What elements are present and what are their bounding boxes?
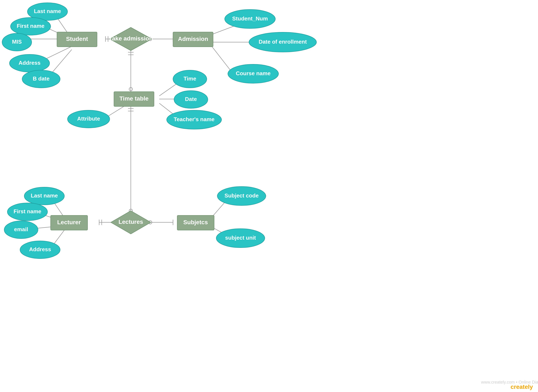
er-diagram: Student Admission Time table Lecturer Su… (0, 0, 538, 392)
ellipse-date-label: Date (185, 96, 197, 102)
entity-student-label: Student (66, 36, 88, 42)
entity-admission-label: Admission (178, 36, 208, 42)
ellipse-time-label: Time (184, 75, 196, 82)
ellipse-mis-label: MIS (12, 39, 22, 45)
entity-timetable-label: Time table (119, 95, 148, 102)
ellipse-teachers-name-label: Teacher's name (174, 116, 214, 122)
ellipse-first-name-student-label: First name (17, 23, 44, 29)
diamond-take-admission-label: Take admission (109, 35, 153, 42)
ellipse-subject-unit-label: subject unit (225, 235, 256, 241)
ellipse-date-enrollment-label: Date of enrollment (259, 39, 307, 45)
svg-line-13 (211, 45, 233, 74)
ellipse-last-name-student-label: Last name (34, 8, 61, 14)
ellipse-first-name-lecturer-label: First name (14, 208, 41, 215)
ellipse-student-num-label: Student_Num (232, 15, 268, 22)
diamond-lectures-label: Lectures (119, 219, 143, 225)
ellipse-email-label: email (14, 226, 28, 233)
ellipse-address-lecturer-label: Address (29, 246, 51, 252)
ellipse-address-student-label: Address (19, 60, 41, 66)
ellipse-attribute-label: Attribute (77, 116, 100, 122)
ellipse-subject-code-label: Subject code (224, 192, 259, 199)
entity-lecturer-label: Lecturer (57, 219, 81, 225)
entity-subjetcs-label: Subjetcs (183, 219, 208, 225)
ellipse-course-name-label: Course name (236, 70, 271, 76)
ellipse-b-date-label: B date (33, 75, 49, 82)
watermark-brand: creately (511, 383, 533, 390)
ellipse-last-name-lecturer-label: Last name (31, 192, 58, 199)
